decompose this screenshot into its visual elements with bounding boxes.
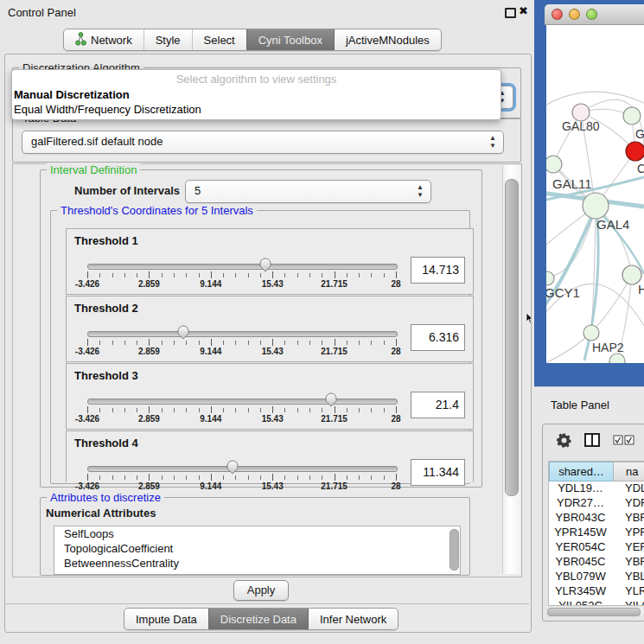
list-item[interactable]: SelfLoops — [54, 526, 460, 541]
horizontal-scrollbar[interactable] — [546, 607, 644, 615]
tab-cyni-toolbox[interactable]: Cyni Toolbox — [246, 29, 334, 50]
cell[interactable]: YBL0 — [625, 569, 644, 583]
panel-separator — [5, 603, 529, 604]
tab-discretize-data[interactable]: Discretize Data — [208, 609, 308, 629]
cell[interactable]: YER054C — [549, 539, 612, 554]
tab-infer-network[interactable]: Infer Network — [308, 609, 398, 629]
threshold-3-value-field[interactable]: 21.4 — [411, 392, 465, 418]
list-scrollbar[interactable] — [448, 527, 459, 573]
tab-jactivemnodules[interactable]: jActiveMNodules — [334, 29, 441, 50]
threshold-4-slider[interactable]: -3.426 2.859 9.144 15.43 21.715 28 — [87, 462, 396, 494]
list-item[interactable]: TopologicalCoefficient — [54, 541, 460, 556]
table-row[interactable]: YER054CYER0 — [549, 539, 644, 554]
cell[interactable]: YPR1 — [625, 525, 644, 539]
gear-icon[interactable] — [557, 433, 571, 450]
threshold-3-thumb[interactable] — [324, 392, 338, 407]
cell[interactable]: YBR0 — [625, 554, 644, 569]
cell[interactable]: YBR045C — [549, 554, 612, 569]
tick-label: 21.715 — [321, 481, 348, 491]
slider-track[interactable] — [87, 466, 398, 472]
cell[interactable]: YIL052C — [549, 598, 612, 606]
tick-label: 21.715 — [321, 279, 348, 289]
slider-track[interactable] — [87, 264, 398, 270]
vertical-scrollbar-thumb[interactable] — [505, 179, 519, 496]
table-panel-window: shared… na YDL19…YDL1 YDR27…YDR2 YBR043C… — [542, 424, 644, 622]
minimize-traffic-light[interactable] — [569, 9, 580, 20]
column-header-shared-name[interactable]: shared… — [549, 462, 614, 481]
close-icon[interactable]: ✖ — [519, 4, 528, 17]
tick-label: 2.859 — [138, 481, 160, 491]
vertical-scrollbar[interactable] — [502, 165, 520, 574]
list-item[interactable]: BetweennessCentrality — [54, 556, 460, 571]
columns-icon[interactable] — [584, 433, 600, 450]
table-row[interactable]: YPR145WYPR1 — [549, 525, 644, 539]
tick-label: 28 — [391, 481, 400, 491]
slider-track[interactable] — [87, 399, 398, 405]
tab-network[interactable]: Network — [64, 29, 143, 50]
cell[interactable]: YLR3 — [625, 583, 644, 598]
cell[interactable]: YBL079W — [549, 569, 612, 583]
tab-style[interactable]: Style — [143, 29, 192, 50]
table-row[interactable]: YBR045CYBR0 — [549, 554, 644, 569]
table-row[interactable]: YLR345WYLR3 — [549, 583, 644, 598]
major-tick — [149, 339, 150, 346]
threshold-2-thumb[interactable] — [176, 325, 190, 340]
popup-option-manual[interactable]: Manual Discretization — [14, 88, 130, 101]
slider-ticks — [87, 273, 397, 277]
list-scrollbar-thumb[interactable] — [450, 529, 459, 571]
tick-label: 9.144 — [200, 347, 221, 356]
cell[interactable]: YLR345W — [549, 583, 612, 598]
tick-label: 15.43 — [262, 347, 284, 356]
table-row[interactable]: YBL079WYBL0 — [549, 569, 644, 583]
major-tick — [396, 339, 397, 346]
node-label: GA — [635, 127, 644, 141]
slider-ticks — [87, 341, 397, 345]
threshold-1-slider[interactable]: -3.426 2.859 9.144 15.43 21.715 28 — [87, 260, 396, 291]
float-icon[interactable] — [505, 8, 516, 18]
cell[interactable]: YDR27… — [549, 495, 612, 510]
number-of-intervals-label: Number of Intervals — [74, 184, 180, 197]
threshold-2-slider[interactable]: -3.426 2.859 9.144 15.43 21.715 28 — [87, 328, 396, 359]
major-tick — [211, 474, 212, 481]
threshold-2-value-field[interactable]: 6.316 — [411, 324, 465, 351]
cell[interactable]: YER0 — [625, 539, 644, 554]
threshold-1-value-field[interactable]: 14.713 — [411, 257, 465, 284]
tick-label: 28 — [391, 414, 400, 424]
network-canvas[interactable]: GAL80 GAL11 GAL4 GCY1 HAP2 GA C H — [546, 25, 644, 363]
select-columns-icon[interactable] — [613, 435, 635, 448]
interval-definition-title: Interval Definition — [47, 163, 140, 176]
cell[interactable]: YIL0 — [625, 598, 644, 606]
apply-button[interactable]: Apply — [233, 580, 289, 601]
tick-label: -3.426 — [75, 414, 99, 424]
horizontal-scrollbar-thumb[interactable] — [547, 608, 641, 616]
tab-jactivemnodules-label: jActiveMNodules — [346, 34, 430, 47]
cell[interactable]: YBR0 — [625, 510, 644, 525]
table-data-combo[interactable]: galFiltered.sif default node ▲▼ — [22, 131, 504, 154]
zoom-traffic-light[interactable] — [586, 9, 597, 20]
cell[interactable]: YDL1 — [625, 481, 644, 495]
threshold-3-slider[interactable]: -3.426 2.859 9.144 15.43 21.715 28 — [87, 395, 396, 426]
cell[interactable]: YDR2 — [625, 495, 644, 510]
tab-select[interactable]: Select — [192, 29, 246, 50]
popup-option-equal-width[interactable]: Equal Width/Frequency Discretization — [14, 103, 201, 116]
close-traffic-light[interactable] — [552, 9, 563, 20]
table-row[interactable]: YDL19…YDL1 — [549, 481, 644, 495]
tick-label: -3.426 — [75, 481, 99, 491]
slider-track[interactable] — [87, 331, 398, 337]
numerical-attributes-list[interactable]: SelfLoops TopologicalCoefficient Between… — [54, 526, 461, 575]
threshold-4-thumb[interactable] — [226, 460, 239, 475]
tick-label: 2.859 — [138, 347, 160, 356]
table-data-combo-value: galFiltered.sif default node — [31, 135, 163, 148]
threshold-1-thumb[interactable] — [258, 258, 272, 272]
table-row[interactable]: YBR043CYBR0 — [549, 510, 644, 525]
network-window-titlebar[interactable] — [545, 4, 644, 25]
table-row[interactable]: YDR27…YDR2 — [549, 495, 644, 510]
tab-impute-data[interactable]: Impute Data — [124, 609, 208, 629]
cell[interactable]: YPR145W — [549, 525, 612, 539]
table-row[interactable]: YIL052CYIL0 — [549, 598, 644, 606]
column-header-name[interactable]: na — [613, 462, 644, 481]
cell[interactable]: YBR043C — [549, 510, 612, 525]
cell[interactable]: YDL19… — [549, 481, 612, 495]
number-of-intervals-combo[interactable]: 5 ▲▼ — [185, 180, 431, 203]
threshold-4-value-field[interactable]: 11.344 — [411, 459, 465, 486]
